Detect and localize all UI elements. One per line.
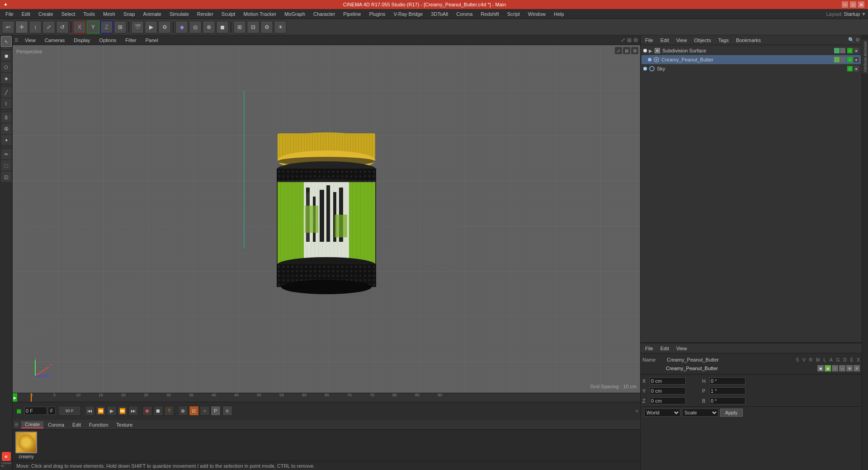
prop-ctrl-2[interactable]: ◼	[825, 365, 831, 371]
viewport-icon-3[interactable]: ⚙	[631, 47, 638, 54]
scale-button[interactable]: ⤢	[42, 21, 55, 33]
scale-mode-select[interactable]: Scale Size	[682, 409, 718, 417]
objmgr-objects-btn[interactable]: Objects	[691, 37, 713, 43]
search-icon[interactable]: 🔍	[848, 37, 854, 43]
coord-mode-select[interactable]: World Local Parent	[644, 409, 680, 417]
menu-edit[interactable]: Edit	[18, 10, 34, 18]
sculpt-tool-3[interactable]: ✦	[1, 135, 12, 146]
menu-script[interactable]: Script	[504, 10, 524, 18]
expand-icon-subdivision[interactable]: ▶	[649, 48, 652, 53]
pointer-tool[interactable]: ↖	[1, 36, 12, 47]
attrib-browser-tab[interactable]: Attribute Browser	[862, 39, 868, 75]
keyframe-button-1[interactable]: ⊕	[178, 406, 188, 416]
point-mode-button[interactable]: ⊕	[203, 21, 215, 33]
pos-z-input[interactable]	[650, 397, 686, 404]
timeline-scrubber[interactable]	[31, 393, 32, 402]
apply-button[interactable]: Apply	[720, 409, 743, 417]
edge-mode-button[interactable]: ◎	[189, 21, 202, 33]
viewport-options-icon[interactable]: ⚙	[633, 37, 638, 43]
timeline-panel-icon[interactable]: ≡	[636, 409, 638, 414]
material-tool[interactable]: ◫	[1, 171, 12, 182]
menu-file[interactable]: File	[2, 10, 17, 18]
attrmgr-file-btn[interactable]: File	[642, 345, 656, 352]
attrmgr-edit-btn[interactable]: Edit	[658, 345, 672, 352]
vis-icon-3[interactable]: ✓	[847, 57, 853, 62]
current-frame-input[interactable]	[24, 407, 47, 415]
menu-pipeline[interactable]: Pipeline	[340, 10, 364, 18]
object-item-sky[interactable]: Sky ✓ ●	[642, 64, 861, 73]
end-frame-input[interactable]: 90 F	[58, 406, 81, 416]
object-mode-button[interactable]: ◼	[216, 21, 229, 33]
texture-tool[interactable]: ⬚	[1, 160, 12, 171]
keyframe-button-2[interactable]: ⊟	[189, 406, 199, 416]
menu-plugins[interactable]: Plugins	[365, 10, 389, 18]
filter-menu-btn[interactable]: Filter	[123, 37, 139, 43]
jump-end-button[interactable]: ⏭	[128, 406, 138, 416]
rot-p-input[interactable]	[709, 387, 745, 395]
record-button[interactable]: ⏺	[142, 406, 152, 416]
prop-ctrl-1[interactable]: ◼	[817, 365, 824, 371]
settings-button[interactable]: ⚙	[260, 21, 273, 33]
menu-help[interactable]: Help	[550, 10, 568, 18]
sculpt-tool-1[interactable]: S	[1, 112, 12, 123]
y-axis-button[interactable]: Y	[87, 21, 99, 33]
box-tool[interactable]: ◼	[1, 50, 12, 61]
menu-mesh[interactable]: Mesh	[99, 10, 119, 18]
bottom-menu-icon[interactable]: ☰	[14, 422, 19, 427]
vis-icon-6[interactable]: ●	[854, 66, 859, 71]
autokey-button[interactable]: ○	[200, 406, 210, 416]
vis-icon-4[interactable]: ●	[854, 57, 859, 62]
timeline-extra-button[interactable]: ≡	[222, 406, 232, 416]
sculpt-tool-2[interactable]: ⦿	[1, 123, 12, 134]
paint-tool[interactable]: ✏	[1, 149, 12, 160]
menu-redshift[interactable]: Redshift	[477, 10, 502, 18]
minimize-button[interactable]: ─	[842, 1, 848, 8]
edit-tab[interactable]: Edit	[69, 422, 85, 428]
menu-window[interactable]: Window	[524, 10, 549, 18]
cameras-menu-btn[interactable]: Cameras	[42, 37, 68, 43]
display-menu-btn[interactable]: Display	[71, 37, 93, 43]
render-region-button[interactable]: 🎬	[131, 21, 144, 33]
prop-ctrl-4[interactable]: ↔	[839, 365, 845, 371]
menu-create[interactable]: Create	[35, 10, 57, 18]
menu-motiontracker[interactable]: Motion Tracker	[240, 10, 280, 18]
prop-ctrl-5[interactable]: ⊕	[846, 365, 853, 371]
prop-ctrl-3[interactable]: ↕	[832, 365, 838, 371]
light-button[interactable]: ☀	[274, 21, 287, 33]
jump-start-button[interactable]: ⏮	[85, 406, 95, 416]
motion-record-button[interactable]: P	[211, 406, 221, 416]
next-frame-button[interactable]: ⏩	[118, 406, 127, 416]
objmgr-view-btn[interactable]: View	[674, 37, 690, 43]
snap-button[interactable]: ⊟	[247, 21, 259, 33]
viewport-layout-icon[interactable]: ⊞	[627, 37, 632, 43]
menu-animate[interactable]: Animate	[140, 10, 165, 18]
objmgr-tags-btn[interactable]: Tags	[716, 37, 731, 43]
play-button[interactable]: ▶	[107, 406, 117, 416]
view-menu-btn[interactable]: View	[22, 37, 38, 43]
maximize-button[interactable]: □	[850, 1, 856, 8]
create-tab[interactable]: Create	[21, 421, 43, 428]
objmgr-file-btn[interactable]: File	[642, 37, 656, 43]
rot-h-input[interactable]	[709, 377, 745, 385]
world-axis-button[interactable]: ⊞	[114, 21, 127, 33]
menu-tools[interactable]: Tools	[80, 10, 99, 18]
edge-tool[interactable]: ╱	[1, 87, 12, 98]
3d-viewport[interactable]: Perspective	[13, 45, 640, 393]
render-view-button[interactable]: ▶	[145, 21, 157, 33]
rot-b-input[interactable]	[709, 397, 745, 404]
menu-render[interactable]: Render	[193, 10, 217, 18]
move-button[interactable]: ↕	[29, 21, 42, 33]
menu-3dtoall[interactable]: 3DToAll	[427, 10, 452, 18]
corona-tab[interactable]: Corona	[44, 422, 68, 428]
vis-icon-5[interactable]: ✓	[847, 66, 853, 71]
polygon-mode-button[interactable]: ◆	[175, 21, 188, 33]
object-item-subdivision[interactable]: ▶ Subdivision Surface ✓ ●	[642, 46, 861, 55]
menu-simulate[interactable]: Simulate	[166, 10, 193, 18]
stop-button[interactable]: ⏹	[153, 406, 163, 416]
timeline-start-marker[interactable]: ▶	[13, 393, 17, 402]
menu-sculpt[interactable]: Sculpt	[218, 10, 239, 18]
function-tab[interactable]: Function	[85, 422, 112, 428]
grid-button[interactable]: ⊞	[233, 21, 246, 33]
close-button[interactable]: ✕	[858, 1, 864, 8]
attrmgr-view-btn[interactable]: View	[674, 345, 690, 352]
